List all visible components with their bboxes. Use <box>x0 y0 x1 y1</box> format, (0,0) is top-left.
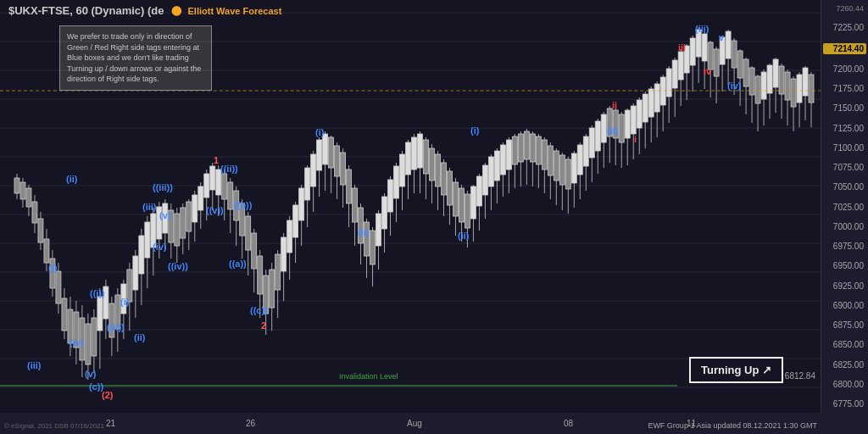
svg-rect-166 <box>459 188 464 222</box>
svg-rect-146 <box>400 154 405 186</box>
svg-rect-220 <box>619 114 624 142</box>
y-label-6800: 6800.00 <box>823 380 866 389</box>
wave-label-iv-1: (iv) <box>70 337 84 348</box>
svg-rect-188 <box>524 131 529 159</box>
svg-rect-98 <box>258 256 263 294</box>
wave-label-a-c: ((a)) <box>229 259 247 269</box>
svg-rect-156 <box>429 148 434 181</box>
y-label-7050: 7050.00 <box>823 182 866 192</box>
svg-rect-168 <box>465 194 470 228</box>
svg-rect-266 <box>755 76 760 103</box>
y-label-7125: 7125.00 <box>823 124 866 133</box>
footer-left: © eSignal, 2021 DSB 07/16/2021 <box>4 422 104 430</box>
svg-rect-140 <box>382 197 387 229</box>
svg-rect-252 <box>714 49 719 76</box>
svg-rect-262 <box>743 59 748 86</box>
svg-rect-60 <box>145 222 150 258</box>
svg-rect-170 <box>470 186 476 219</box>
wave-label-ii-b1: ((i)) <box>90 288 105 298</box>
svg-rect-24 <box>38 219 43 242</box>
svg-rect-172 <box>476 176 481 206</box>
wave-label-2: (2) <box>102 390 113 400</box>
y-label-current: 7214.40 <box>823 43 866 54</box>
svg-rect-70 <box>175 214 180 246</box>
svg-rect-182 <box>506 140 511 170</box>
svg-rect-76 <box>192 195 198 222</box>
wave-label-v-top: v <box>719 32 724 42</box>
svg-rect-222 <box>625 110 630 138</box>
y-label-6975: 6975.00 <box>823 242 866 251</box>
wave-label-i-r: i <box>634 134 637 144</box>
wave-label-i-1: (i) <box>48 263 57 273</box>
svg-rect-268 <box>761 72 766 99</box>
wave-label-iii-bb: ((iii)) <box>153 182 173 192</box>
svg-rect-132 <box>359 208 364 243</box>
y-label-7025: 7025.00 <box>823 203 866 212</box>
svg-rect-160 <box>441 163 446 195</box>
svg-rect-56 <box>133 256 138 290</box>
wave-label-v-1: (v) <box>85 369 96 379</box>
wave-label-iv-top: (iv) <box>727 81 742 91</box>
svg-rect-122 <box>329 137 334 168</box>
wave-label-ii-r: ii <box>612 100 617 110</box>
x-label-26: 26 <box>246 419 255 428</box>
svg-rect-256 <box>726 31 731 58</box>
svg-rect-258 <box>732 41 737 68</box>
svg-rect-20 <box>26 188 31 207</box>
svg-rect-126 <box>341 153 346 185</box>
wave-label-1-red: 1 <box>214 155 219 165</box>
x-label-aug: Aug <box>407 419 422 428</box>
chart-title: $UKX-FTSE, 60 (Dynamic) (de <box>8 4 164 17</box>
wave-label-i-2: (i) <box>120 297 129 307</box>
svg-rect-74 <box>186 202 192 231</box>
y-axis: 7260.44 7225.00 7214.40 7200.00 7175.00 … <box>821 0 868 413</box>
y-label-6775: 6775.00 <box>823 399 866 409</box>
wave-label-iv-b: (iv) <box>153 242 167 252</box>
svg-rect-26 <box>44 239 49 263</box>
svg-rect-244 <box>690 38 695 65</box>
svg-rect-164 <box>453 182 458 216</box>
svg-rect-210 <box>589 128 594 158</box>
svg-rect-226 <box>637 100 642 128</box>
wave-label-ii-1: (ii) <box>66 174 77 184</box>
wave-label-ii-2: (ii) <box>134 332 145 342</box>
svg-rect-238 <box>672 60 677 88</box>
wave-label-iv-bb: ((iv)) <box>168 261 188 271</box>
svg-rect-176 <box>488 157 493 186</box>
wave-label-iii-r: iii <box>678 42 686 53</box>
svg-rect-158 <box>435 154 440 186</box>
y-label-7000: 7000.00 <box>823 222 866 231</box>
svg-rect-278 <box>791 79 796 107</box>
turning-up-badge: Turning Up ↗ <box>689 357 783 383</box>
svg-rect-240 <box>678 52 683 80</box>
svg-rect-194 <box>542 140 547 170</box>
svg-rect-102 <box>270 270 275 308</box>
svg-rect-110 <box>293 205 298 237</box>
svg-rect-94 <box>246 216 251 250</box>
svg-rect-142 <box>388 180 393 212</box>
svg-rect-48 <box>109 303 114 337</box>
wave-label-iii-1: (iii) <box>27 360 42 370</box>
svg-rect-162 <box>447 171 452 205</box>
wave-label-i-mid: (i) <box>315 127 324 137</box>
svg-rect-186 <box>518 134 523 162</box>
svg-rect-206 <box>577 145 582 175</box>
svg-rect-228 <box>643 94 648 122</box>
svg-rect-30 <box>56 271 61 303</box>
wave-label-ii-c: ((ii)) <box>220 164 238 174</box>
svg-rect-280 <box>797 75 802 103</box>
ewf-logo-icon: ⬤ <box>171 5 181 16</box>
svg-rect-276 <box>785 72 790 100</box>
svg-rect-212 <box>595 121 600 151</box>
svg-rect-72 <box>181 208 186 238</box>
y-label-6900: 6900.00 <box>823 301 866 310</box>
svg-rect-190 <box>530 134 535 162</box>
y-label-7175: 7175.00 <box>823 84 866 93</box>
wave-label-iii-b-top: (iii) <box>695 24 709 34</box>
wave-label-2-red: 2 <box>261 320 266 331</box>
svg-rect-260 <box>737 51 743 78</box>
x-label-21: 21 <box>106 419 115 428</box>
svg-rect-198 <box>554 151 559 181</box>
y-label-6925: 6925.00 <box>823 281 866 291</box>
svg-rect-248 <box>702 34 707 61</box>
